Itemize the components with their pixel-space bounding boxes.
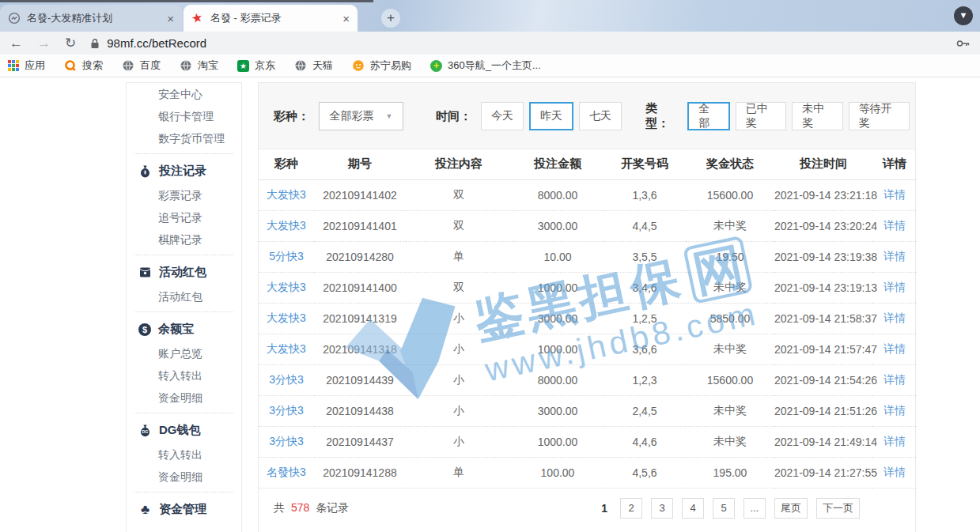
page-button-last[interactable]: 尾页 bbox=[774, 498, 808, 519]
password-key-icon[interactable] bbox=[956, 38, 971, 49]
detail-link[interactable]: 详情 bbox=[884, 250, 906, 262]
page-current: 1 bbox=[601, 502, 607, 515]
red-envelope-icon bbox=[138, 266, 152, 279]
numbers-cell: 4,5,6 bbox=[604, 457, 686, 488]
lottery-type-link[interactable]: 大发快3 bbox=[267, 188, 306, 201]
col-header-amount: 投注金额 bbox=[512, 149, 604, 179]
filter-bar: 彩种： 全部彩票 ▼ 时间： 今天 昨天 七天 类型： 全部 已中奖 未中奖 等… bbox=[259, 83, 915, 149]
time-filter-label: 时间： bbox=[436, 109, 471, 124]
bookmark-baidu[interactable]: 百度 bbox=[122, 58, 161, 73]
sidebar-item-red-envelope[interactable]: 活动红包 bbox=[127, 285, 241, 308]
detail-link[interactable]: 详情 bbox=[884, 188, 906, 201]
content-cell: 小 bbox=[406, 395, 512, 426]
lottery-type-link[interactable]: 大发快3 bbox=[267, 281, 306, 293]
tab-close-icon[interactable]: × bbox=[342, 13, 350, 25]
bookmark-suning[interactable]: 苏宁易购 bbox=[352, 58, 411, 73]
detail-link[interactable]: 详情 bbox=[884, 373, 906, 386]
bookmark-tmall[interactable]: 天猫 bbox=[294, 58, 333, 73]
reload-button[interactable]: ↻ bbox=[65, 36, 76, 50]
time-cell: 2021-09-14 23:19:38 bbox=[774, 241, 872, 272]
bookmark-taobao[interactable]: 淘宝 bbox=[180, 58, 218, 73]
page-button-next[interactable]: 下一页 bbox=[816, 498, 860, 519]
amount-cell: 8000.00 bbox=[512, 179, 604, 210]
detail-link[interactable]: 详情 bbox=[884, 281, 906, 293]
sidebar-section-yuebao[interactable]: $ 余额宝 bbox=[127, 316, 241, 342]
time-filter-today[interactable]: 今天 bbox=[481, 102, 524, 130]
sidebar-divider bbox=[134, 255, 233, 255]
detail-link[interactable]: 详情 bbox=[884, 404, 906, 417]
sidebar-item-transfer[interactable]: 转入转出 bbox=[127, 364, 241, 387]
back-button[interactable]: ← bbox=[9, 36, 23, 50]
time-filter-yesterday[interactable]: 昨天 bbox=[529, 102, 573, 130]
sidebar-item-bank-card[interactable]: 银行卡管理 bbox=[127, 105, 241, 127]
table-row: 3分快3 20210914437 小 1000.00 4,4,6 未中奖 202… bbox=[259, 426, 917, 457]
sidebar-item-security-center[interactable]: 安全中心 bbox=[127, 83, 241, 105]
sidebar-section-fund-management[interactable]: ♣ 资金管理 bbox=[127, 496, 241, 523]
lottery-type-link[interactable]: 大发快3 bbox=[267, 342, 306, 355]
detail-link[interactable]: 详情 bbox=[884, 435, 906, 447]
time-filter-seven-days[interactable]: 七天 bbox=[579, 102, 622, 130]
sidebar-section-label: 资金管理 bbox=[159, 502, 206, 517]
type-filter-pending[interactable]: 等待开奖 bbox=[849, 102, 910, 130]
bookmark-search[interactable]: 搜索 bbox=[64, 58, 103, 73]
tab-search-button[interactable]: ▼ bbox=[954, 6, 973, 25]
prize-cell: 未中奖 bbox=[686, 272, 774, 303]
detail-link[interactable]: 详情 bbox=[884, 219, 906, 232]
bookmark-jd[interactable]: ★ 京东 bbox=[237, 58, 275, 73]
lottery-filter-label: 彩种： bbox=[274, 109, 309, 124]
sidebar-item-fund-details-dg[interactable]: 资金明细 bbox=[127, 466, 241, 488]
total-prefix: 共 bbox=[274, 501, 285, 514]
page-button-3[interactable]: 3 bbox=[651, 498, 673, 519]
tab-close-icon[interactable]: × bbox=[167, 13, 174, 25]
lottery-type-link[interactable]: 3分快3 bbox=[269, 435, 304, 447]
bet-record-panel: 彩种： 全部彩票 ▼ 时间： 今天 昨天 七天 类型： 全部 已中奖 未中奖 等… bbox=[258, 82, 916, 532]
type-filter-all[interactable]: 全部 bbox=[687, 102, 730, 130]
sidebar-item-chase-records[interactable]: 追号记录 bbox=[127, 206, 241, 228]
type-filter-lost[interactable]: 未中奖 bbox=[792, 102, 842, 130]
time-filter-group: 时间： 今天 昨天 七天 bbox=[436, 102, 627, 130]
lottery-type-link[interactable]: 3分快3 bbox=[269, 373, 304, 386]
sidebar-item-account-overview[interactable]: 账户总览 bbox=[127, 342, 241, 364]
sidebar-item-board-game-records[interactable]: 棋牌记录 bbox=[127, 228, 241, 251]
sidebar-section-red-envelope[interactable]: 活动红包 bbox=[127, 259, 241, 285]
sidebar-item-transfer-dg[interactable]: 转入转出 bbox=[127, 443, 241, 466]
bookmark-apps[interactable]: 应用 bbox=[8, 58, 45, 73]
lottery-type-dropdown[interactable]: 全部彩票 ▼ bbox=[319, 102, 403, 130]
time-cell: 2021-09-14 23:19:13 bbox=[774, 272, 872, 303]
type-filter-won[interactable]: 已中奖 bbox=[736, 102, 786, 130]
address-bar[interactable]: 98mf.cc/betRecord bbox=[90, 36, 956, 50]
forward-button[interactable]: → bbox=[37, 36, 51, 50]
content-cell: 小 bbox=[406, 364, 512, 395]
sidebar-section-bet-records[interactable]: 投注记录 bbox=[127, 158, 241, 184]
sidebar-item-fund-details[interactable]: 资金明细 bbox=[127, 387, 241, 409]
lottery-type-link[interactable]: 大发快3 bbox=[267, 311, 306, 324]
bookmarks-bar: 应用 搜索 百度 淘宝 ★ 京东 天猫 bbox=[0, 55, 980, 77]
sidebar-item-lottery-records[interactable]: 彩票记录 bbox=[127, 184, 241, 206]
lottery-type-link[interactable]: 3分快3 bbox=[269, 404, 304, 417]
prize-cell: 5850.00 bbox=[686, 303, 774, 334]
detail-link[interactable]: 详情 bbox=[884, 342, 906, 355]
lottery-type-link[interactable]: 5分快3 bbox=[269, 250, 304, 262]
lottery-type-link[interactable]: 大发快3 bbox=[267, 219, 306, 232]
sidebar-item-digital-currency[interactable]: 数字货币管理 bbox=[127, 127, 241, 149]
jd-icon: ★ bbox=[237, 60, 249, 72]
new-tab-button[interactable]: + bbox=[381, 9, 400, 28]
page-button-4[interactable]: 4 bbox=[682, 498, 704, 519]
detail-link[interactable]: 详情 bbox=[884, 311, 906, 324]
sidebar-section-dg-wallet[interactable]: DG DG钱包 bbox=[127, 417, 241, 443]
bookmark-360nav[interactable]: + 360导航_一个主页... bbox=[430, 58, 541, 73]
detail-link[interactable]: 详情 bbox=[884, 466, 906, 478]
page-button-ellipsis[interactable]: ... bbox=[744, 498, 766, 519]
prize-cell: 未中奖 bbox=[686, 334, 774, 364]
sidebar-divider bbox=[134, 413, 233, 413]
browser-tab-bet-record[interactable]: ★ 名發 - 彩票记录 × bbox=[184, 5, 358, 32]
lottery-type-link[interactable]: 名發快3 bbox=[267, 466, 306, 478]
col-header-detail: 详情 bbox=[872, 149, 917, 179]
time-cell: 2021-09-14 21:27:55 bbox=[774, 457, 872, 488]
issue-cell: 20210914280 bbox=[314, 241, 406, 272]
table-row: 3分快3 20210914438 小 3000.00 2,4,5 未中奖 202… bbox=[259, 395, 917, 426]
page-button-2[interactable]: 2 bbox=[620, 498, 642, 519]
browser-tab-plan[interactable]: 名發-大发精准计划 × bbox=[0, 5, 182, 32]
amount-cell: 1000.00 bbox=[512, 272, 604, 303]
page-button-5[interactable]: 5 bbox=[713, 498, 735, 519]
